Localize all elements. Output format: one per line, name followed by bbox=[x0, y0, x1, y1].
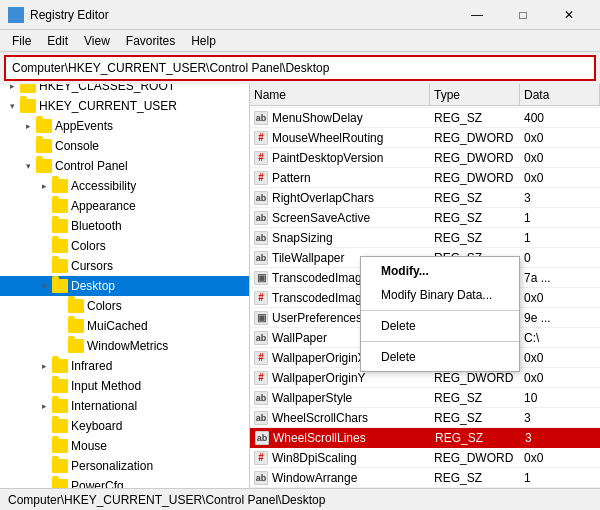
menu-item-help[interactable]: Help bbox=[183, 32, 224, 50]
context-menu: Modify...Modify Binary Data...DeleteDele… bbox=[360, 256, 520, 372]
reg-type-icon: # bbox=[254, 451, 268, 465]
value-row[interactable]: abMenuShowDelayREG_SZ400 bbox=[250, 108, 600, 128]
value-name-text: SnapSizing bbox=[272, 231, 333, 245]
context-menu-item-modify-binary[interactable]: Modify Binary Data... bbox=[361, 283, 519, 307]
tree-item-windowmetrics[interactable]: WindowMetrics bbox=[0, 336, 249, 356]
value-row[interactable]: abWheelScrollCharsREG_SZ3 bbox=[250, 408, 600, 428]
tree-item-desktopcolors[interactable]: Colors bbox=[0, 296, 249, 316]
tree-expander-infrared[interactable] bbox=[36, 358, 52, 374]
tree-expander-controlpanel[interactable] bbox=[20, 158, 36, 174]
tree-label-accessibility: Accessibility bbox=[71, 179, 136, 193]
tree-expander-desktop[interactable] bbox=[36, 278, 52, 294]
maximize-button[interactable]: □ bbox=[500, 0, 546, 30]
cell-name: #Win8DpiScaling bbox=[250, 448, 430, 467]
folder-icon-international bbox=[52, 399, 68, 413]
tree-item-inputmethod[interactable]: Input Method bbox=[0, 376, 249, 396]
cell-data: 9e ... bbox=[520, 308, 600, 327]
tree-item-colors[interactable]: Colors bbox=[0, 236, 249, 256]
value-row[interactable]: #MouseWheelRoutingREG_DWORD0x0 bbox=[250, 128, 600, 148]
folder-icon-console bbox=[36, 139, 52, 153]
value-name-text: Win8DpiScaling bbox=[272, 451, 357, 465]
tree-item-infrared[interactable]: Infrared bbox=[0, 356, 249, 376]
tree-item-console[interactable]: Console bbox=[0, 136, 249, 156]
reg-type-icon: ab bbox=[254, 111, 268, 125]
tree-item-cursors[interactable]: Cursors bbox=[0, 256, 249, 276]
folder-icon-muicached bbox=[68, 319, 84, 333]
reg-type-icon: ab bbox=[255, 431, 269, 445]
cell-data: 400 bbox=[520, 108, 600, 127]
cell-data: 0x0 bbox=[520, 448, 600, 467]
tree-item-keyboard[interactable]: Keyboard bbox=[0, 416, 249, 436]
value-row[interactable]: abScreenSaveActiveREG_SZ1 bbox=[250, 208, 600, 228]
value-row[interactable]: #PatternREG_DWORD0x0 bbox=[250, 168, 600, 188]
folder-icon-inputmethod bbox=[52, 379, 68, 393]
tree-item-personalization[interactable]: Personalization bbox=[0, 456, 249, 476]
cell-type: REG_DWORD bbox=[430, 128, 520, 147]
value-row[interactable]: abRightOverlapCharsREG_SZ3 bbox=[250, 188, 600, 208]
tree-item-appevents[interactable]: AppEvents bbox=[0, 116, 249, 136]
tree-label-mouse: Mouse bbox=[71, 439, 107, 453]
tree-expander-hkcr[interactable] bbox=[4, 84, 20, 94]
reg-type-icon: ab bbox=[254, 331, 268, 345]
tree-label-bluetooth: Bluetooth bbox=[71, 219, 122, 233]
tree-expander-hkcu[interactable] bbox=[4, 98, 20, 114]
menu-item-file[interactable]: File bbox=[4, 32, 39, 50]
cell-data: 0x0 bbox=[520, 288, 600, 307]
tree-item-appearance[interactable]: Appearance bbox=[0, 196, 249, 216]
context-menu-item-delete[interactable]: Delete bbox=[361, 314, 519, 338]
tree-item-desktop[interactable]: Desktop bbox=[0, 276, 249, 296]
cell-data: 1 bbox=[520, 228, 600, 247]
tree-label-colors: Colors bbox=[71, 239, 106, 253]
folder-icon-accessibility bbox=[52, 179, 68, 193]
tree-label-powercfg: PowerCfg bbox=[71, 479, 124, 488]
value-row[interactable]: #PaintDesktopVersionREG_DWORD0x0 bbox=[250, 148, 600, 168]
tree-label-keyboard: Keyboard bbox=[71, 419, 122, 433]
menu-item-favorites[interactable]: Favorites bbox=[118, 32, 183, 50]
col-header-name: Name bbox=[250, 84, 430, 105]
cell-data: 0x0 bbox=[520, 368, 600, 387]
tree-expander-accessibility[interactable] bbox=[36, 178, 52, 194]
tree-expander-appearance bbox=[36, 198, 52, 214]
tree-item-controlpanel[interactable]: Control Panel bbox=[0, 156, 249, 176]
value-row[interactable]: abWindowArrangeREG_SZ1 bbox=[250, 468, 600, 488]
value-row[interactable]: abWallpaperStyleREG_SZ10 bbox=[250, 388, 600, 408]
context-menu-item-modify[interactable]: Modify... bbox=[361, 259, 519, 283]
cell-type: REG_SZ bbox=[430, 108, 520, 127]
menu-item-view[interactable]: View bbox=[76, 32, 118, 50]
value-name-text: MenuShowDelay bbox=[272, 111, 363, 125]
values-panel[interactable]: Name Type Data #MaxMonitorDimensionREG_D… bbox=[250, 84, 600, 488]
folder-icon-hkcu bbox=[20, 99, 36, 113]
tree-item-accessibility[interactable]: Accessibility bbox=[0, 176, 249, 196]
value-name-text: TileWallpaper bbox=[272, 251, 344, 265]
tree-item-muicached[interactable]: MuiCached bbox=[0, 316, 249, 336]
tree-item-bluetooth[interactable]: Bluetooth bbox=[0, 216, 249, 236]
context-menu-separator-2 bbox=[361, 341, 519, 342]
value-row[interactable]: abSnapSizingREG_SZ1 bbox=[250, 228, 600, 248]
tree-expander-powercfg bbox=[36, 478, 52, 488]
tree-item-hkcr[interactable]: HKEY_CLASSES_ROOT bbox=[0, 84, 249, 96]
context-menu-item-delete[interactable]: Delete bbox=[361, 345, 519, 369]
minimize-button[interactable]: — bbox=[454, 0, 500, 30]
tree-panel[interactable]: ComputerHKEY_CLASSES_ROOTHKEY_CURRENT_US… bbox=[0, 84, 250, 488]
tree-label-personalization: Personalization bbox=[71, 459, 153, 473]
tree-item-powercfg[interactable]: PowerCfg bbox=[0, 476, 249, 488]
close-button[interactable]: ✕ bbox=[546, 0, 592, 30]
address-bar[interactable]: Computer\HKEY_CURRENT_USER\Control Panel… bbox=[4, 55, 596, 81]
cell-data: 0 bbox=[520, 248, 600, 267]
value-row[interactable]: #Win8DpiScalingREG_DWORD0x0 bbox=[250, 448, 600, 468]
tree-item-mouse[interactable]: Mouse bbox=[0, 436, 249, 456]
tree-expander-international[interactable] bbox=[36, 398, 52, 414]
menu-item-edit[interactable]: Edit bbox=[39, 32, 76, 50]
tree-item-international[interactable]: International bbox=[0, 396, 249, 416]
reg-type-icon: # bbox=[254, 131, 268, 145]
value-row[interactable]: abWheelScrollLinesREG_SZ3 bbox=[250, 428, 600, 448]
tree-expander-appevents[interactable] bbox=[20, 118, 36, 134]
cell-data: 7a ... bbox=[520, 268, 600, 287]
cell-name: abScreenSaveActive bbox=[250, 208, 430, 227]
tree-expander-bluetooth bbox=[36, 218, 52, 234]
tree-item-hkcu[interactable]: HKEY_CURRENT_USER bbox=[0, 96, 249, 116]
value-name-text: MouseWheelRouting bbox=[272, 131, 383, 145]
cell-data: 0x0 bbox=[520, 128, 600, 147]
reg-type-icon: # bbox=[254, 171, 268, 185]
cell-type: REG_SZ bbox=[430, 228, 520, 247]
